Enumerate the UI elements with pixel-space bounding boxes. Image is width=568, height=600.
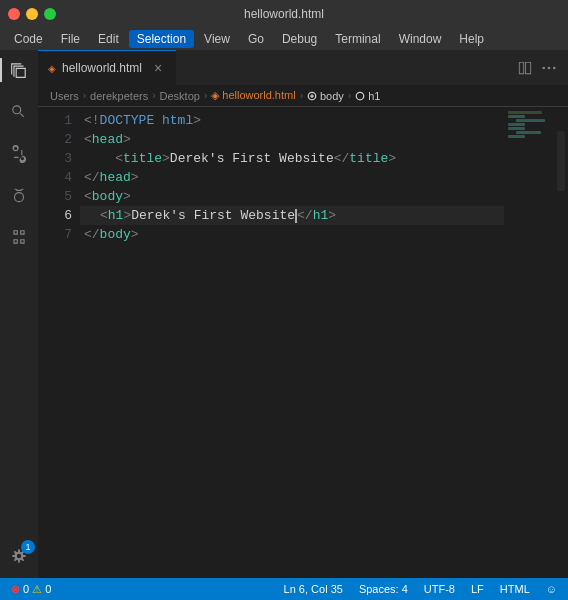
more-actions-button[interactable] [538,57,560,79]
status-language[interactable]: HTML [497,583,533,595]
svg-point-0 [542,66,545,69]
menu-view[interactable]: View [196,30,238,48]
editor-content[interactable]: 1 2 3 4 5 6 7 <!DOCTYPE html> <head> [38,107,568,578]
status-position[interactable]: Ln 6, Col 35 [281,583,346,595]
activity-bar: 1 [0,50,38,578]
status-left: ⊗ 0 ⚠ 0 [8,583,54,596]
menu-code[interactable]: Code [6,30,51,48]
warning-count: 0 [45,583,51,595]
tab-filename: helloworld.html [62,61,142,75]
menu-bar: Code File Edit Selection View Go Debug T… [0,28,568,50]
code-line-3: <title>Derek's First Website</title> [80,149,504,168]
breadcrumb-desktop[interactable]: Desktop [160,90,200,102]
menu-help[interactable]: Help [451,30,492,48]
menu-selection[interactable]: Selection [129,30,194,48]
minimap [504,107,554,578]
activity-settings[interactable]: 1 [7,544,31,568]
warning-icon: ⚠ [32,583,42,596]
right-edge [554,107,568,578]
feedback-icon: ☺ [546,583,557,595]
traffic-lights [8,8,56,20]
menu-debug[interactable]: Debug [274,30,325,48]
code-area[interactable]: <!DOCTYPE html> <head> <title>Derek's Fi… [80,107,504,578]
tab-bar: ◈ helloworld.html × [38,50,568,85]
window-title: helloworld.html [244,7,324,21]
main-container: 1 ◈ helloworld.html × [0,50,568,578]
menu-file[interactable]: File [53,30,88,48]
svg-point-4 [356,92,364,100]
activity-bar-bottom: 1 [7,544,31,578]
editor-tab[interactable]: ◈ helloworld.html × [38,50,176,85]
file-encoding: UTF-8 [424,583,455,595]
breadcrumb-file[interactable]: ◈ helloworld.html [211,89,295,102]
status-right: Ln 6, Col 35 Spaces: 4 UTF-8 LF HTML ☺ [281,583,560,595]
menu-go[interactable]: Go [240,30,272,48]
title-bar: helloworld.html [0,0,568,28]
code-line-1: <!DOCTYPE html> [80,111,504,130]
activity-extensions[interactable] [7,226,31,250]
activity-debug[interactable] [7,184,31,208]
menu-edit[interactable]: Edit [90,30,127,48]
status-errors[interactable]: ⊗ 0 ⚠ 0 [8,583,54,596]
fold-indicator [557,131,565,191]
activity-search[interactable] [7,100,31,124]
language-mode: HTML [500,583,530,595]
breadcrumb-users[interactable]: Users [50,90,79,102]
split-editor-button[interactable] [514,57,536,79]
breadcrumb: Users › derekpeters › Desktop › ◈ hellow… [38,85,568,107]
breadcrumb-body[interactable]: body [307,90,344,102]
code-line-7: </body> [80,225,504,244]
activity-explorer[interactable] [7,58,31,82]
error-icon: ⊗ [11,583,20,596]
activity-source-control[interactable] [7,142,31,166]
menu-window[interactable]: Window [391,30,450,48]
status-feedback[interactable]: ☺ [543,583,560,595]
cursor-position: Ln 6, Col 35 [284,583,343,595]
editor-area: ◈ helloworld.html × Users › [38,50,568,578]
minimize-button[interactable] [26,8,38,20]
status-spaces[interactable]: Spaces: 4 [356,583,411,595]
close-button[interactable] [8,8,20,20]
menu-terminal[interactable]: Terminal [327,30,388,48]
tab-actions [506,50,568,85]
svg-point-2 [553,66,556,69]
breadcrumb-h1[interactable]: h1 [355,90,380,102]
maximize-button[interactable] [44,8,56,20]
code-line-6: <h1>Derek's First Website</h1> [80,206,504,225]
file-icon: ◈ [48,63,56,74]
line-numbers: 1 2 3 4 5 6 7 [38,107,80,578]
indent-mode: Spaces: 4 [359,583,408,595]
breadcrumb-derekpeters[interactable]: derekpeters [90,90,148,102]
error-count: 0 [23,583,29,595]
code-line-2: <head> [80,130,504,149]
tab-close-button[interactable]: × [150,60,166,76]
code-line-4: </head> [80,168,504,187]
settings-badge: 1 [21,540,35,554]
line-ending: LF [471,583,484,595]
status-encoding[interactable]: UTF-8 [421,583,458,595]
code-line-5: <body> [80,187,504,206]
svg-point-1 [548,66,551,69]
status-bar: ⊗ 0 ⚠ 0 Ln 6, Col 35 Spaces: 4 UTF-8 LF … [0,578,568,600]
status-line-ending[interactable]: LF [468,583,487,595]
